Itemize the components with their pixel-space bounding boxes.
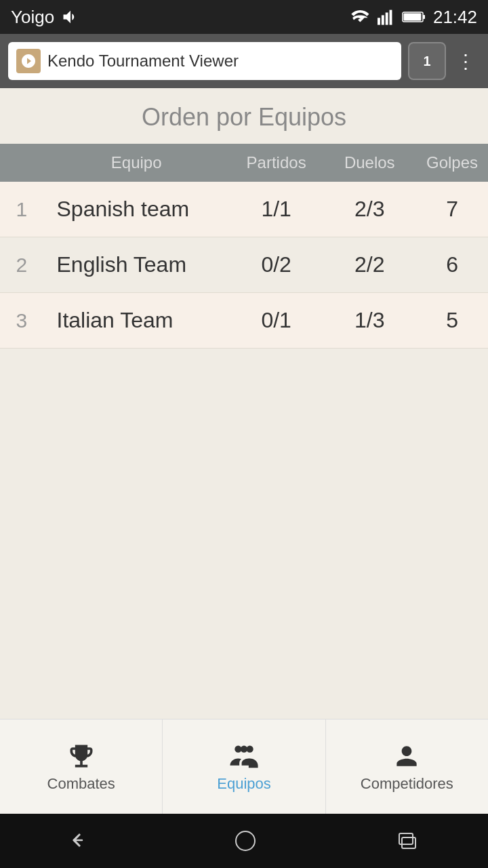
browser-title: Kendo Tournament Viewer	[47, 52, 239, 71]
bottom-nav: Combates Equipos Competidores	[0, 719, 488, 814]
nav-label-equipos: Equipos	[217, 775, 271, 793]
rank-2: 2	[0, 237, 43, 293]
status-right: 21:42	[350, 7, 477, 28]
nav-item-combates[interactable]: Combates	[0, 719, 163, 814]
svg-rect-1	[382, 15, 384, 24]
home-button[interactable]	[233, 829, 258, 853]
page-content: Orden por Equipos Equipo Partidos Duelos…	[0, 88, 488, 719]
nav-label-competidores: Competidores	[361, 775, 453, 793]
tab-count: 1	[423, 54, 430, 69]
table-row: 1 Spanish team 1/1 2/3 7	[0, 182, 488, 237]
page-title: Orden por Equipos	[0, 88, 488, 144]
nav-item-equipos[interactable]: Equipos	[163, 719, 325, 814]
app-icon	[16, 49, 41, 73]
golpes-1: 7	[416, 182, 488, 237]
header-partidos: Partidos	[230, 144, 323, 182]
team-2: English Team	[43, 237, 230, 293]
header-rank	[0, 144, 43, 182]
team-3: Italian Team	[43, 293, 230, 349]
browser-bar: Kendo Tournament Viewer 1 ⋮	[0, 34, 488, 88]
browser-menu-button[interactable]: ⋮	[453, 42, 480, 80]
svg-rect-3	[389, 10, 392, 25]
carrier-label: Yoigo	[11, 7, 54, 28]
team-1: Spanish team	[43, 182, 230, 237]
header-duelos: Duelos	[323, 144, 416, 182]
partidos-3: 0/1	[230, 293, 323, 349]
nav-item-competidores[interactable]: Competidores	[326, 719, 488, 814]
browser-tabs-button[interactable]: 1	[408, 42, 446, 80]
system-nav	[0, 814, 488, 868]
table-row: 2 English Team 0/2 2/2 6	[0, 237, 488, 293]
partidos-2: 0/2	[230, 237, 323, 293]
svg-rect-6	[403, 14, 421, 21]
duelos-3: 1/3	[323, 293, 416, 349]
recents-button[interactable]	[395, 831, 420, 851]
rank-1: 1	[0, 182, 43, 237]
back-button[interactable]	[68, 831, 96, 851]
wifi-icon	[350, 9, 371, 25]
battery-icon	[402, 9, 426, 25]
trophy-icon	[66, 741, 96, 771]
svg-rect-5	[423, 15, 425, 19]
header-golpes: Golpes	[416, 144, 488, 182]
duelos-1: 2/3	[323, 182, 416, 237]
status-left: Yoigo	[11, 7, 80, 28]
nav-label-combates: Combates	[47, 775, 115, 793]
person-icon	[392, 741, 422, 771]
partidos-1: 1/1	[230, 182, 323, 237]
browser-address-bar[interactable]: Kendo Tournament Viewer	[8, 42, 401, 80]
table-row: 3 Italian Team 0/1 1/3 5	[0, 293, 488, 349]
header-team: Equipo	[43, 144, 230, 182]
golpes-2: 6	[416, 237, 488, 293]
teams-icon	[228, 741, 260, 771]
table-header: Equipo Partidos Duelos Golpes	[0, 144, 488, 182]
duelos-2: 2/2	[323, 237, 416, 293]
svg-rect-2	[386, 13, 388, 25]
rankings-table: Equipo Partidos Duelos Golpes 1 Spanish …	[0, 144, 488, 349]
svg-rect-0	[378, 18, 380, 24]
speaker-icon	[61, 7, 80, 26]
golpes-3: 5	[416, 293, 488, 349]
rank-3: 3	[0, 293, 43, 349]
svg-rect-10	[236, 831, 255, 850]
table-body: 1 Spanish team 1/1 2/3 7 2 English Team …	[0, 182, 488, 349]
svg-point-9	[241, 745, 247, 752]
signal-icon	[378, 9, 395, 25]
status-bar: Yoigo 21:42	[0, 0, 488, 34]
time-label: 21:42	[433, 7, 477, 28]
